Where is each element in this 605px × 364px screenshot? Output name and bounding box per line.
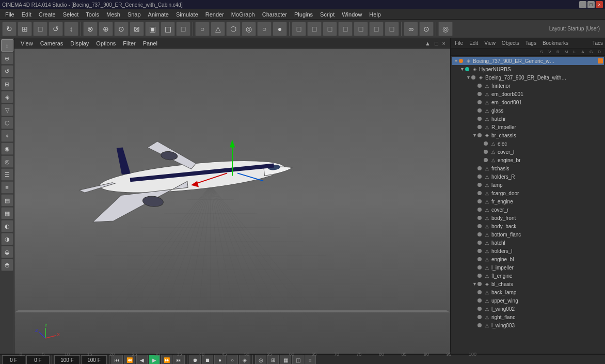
viewport-menu-filter[interactable]: Filter [120, 40, 138, 47]
tree-arrow[interactable]: ▼ [472, 133, 477, 138]
rp-header-btn-tags[interactable]: Tags [523, 40, 538, 46]
tree-item-l-wing003[interactable]: △l_wing003 [452, 321, 604, 329]
tree-item-upper-wing[interactable]: △upper_wing [452, 296, 604, 305]
menu-item-select[interactable]: Select [60, 10, 82, 19]
tree-item-holders-l[interactable]: △holders_l [452, 247, 604, 255]
tree-arrow[interactable]: ▼ [454, 58, 459, 64]
left-tool-9[interactable]: ◎ [1, 155, 13, 168]
viewport-menu-view[interactable]: View [18, 40, 36, 47]
tree-item-fr-engine[interactable]: △fr_engine [452, 197, 604, 205]
tree-item-br-chassis[interactable]: ▼◈br_chassis [452, 131, 604, 139]
toolbar-btn-24[interactable]: □ [338, 22, 353, 36]
menu-item-create[interactable]: Create [36, 10, 59, 19]
toolbar-btn-29[interactable]: ∞ [404, 22, 418, 36]
toolbar-btn-21[interactable]: □ [292, 22, 306, 36]
rp-header-btn-objects[interactable]: Objects [500, 40, 521, 46]
left-tool-14[interactable]: ◐ [1, 220, 13, 232]
rp-header-btn-edit[interactable]: Edit [467, 40, 480, 46]
tree-item-frinterior[interactable]: △frinterior [452, 82, 604, 90]
toolbar-btn-16[interactable]: ⬡ [226, 22, 241, 36]
toolbar-btn-22[interactable]: □ [307, 22, 322, 36]
menu-item-render[interactable]: Render [202, 10, 227, 19]
tree-item-l-impeller[interactable]: △l_impeller [452, 263, 604, 272]
toolbar-btn-12[interactable]: □ [176, 22, 190, 36]
minimize-button[interactable]: _ [579, 1, 586, 8]
viewport-menu-panel[interactable]: Panel [140, 40, 161, 47]
toolbar-btn-17[interactable]: ◎ [242, 22, 256, 36]
tree-item-cover-l[interactable]: △cover_l [452, 148, 604, 156]
toolbar-btn-27[interactable]: □ [385, 22, 399, 36]
tree-arrow[interactable]: ▼ [460, 67, 465, 72]
tree-item-glass[interactable]: △glass [452, 106, 604, 115]
viewport-3d[interactable]: Perspective [14, 49, 450, 354]
viewport-ctrl-btn[interactable]: × [441, 40, 447, 47]
tree-item-cover-r[interactable]: △cover_r [452, 205, 604, 214]
left-tool-6[interactable]: ⬡ [1, 117, 13, 129]
menu-item-mesh[interactable]: Mesh [103, 10, 123, 19]
viewport-menu-options[interactable]: Options [93, 40, 119, 47]
left-tool-1[interactable]: ⊕ [1, 52, 13, 65]
left-tool-12[interactable]: ▤ [1, 194, 13, 207]
menu-item-plugins[interactable]: Plugins [291, 10, 316, 19]
viewport-menu-cameras[interactable]: Cameras [37, 40, 67, 47]
pb-render-btn-0[interactable]: ◎ [255, 355, 266, 364]
tree-item-hypernurbs[interactable]: ▼◈HyperNURBS [452, 65, 604, 73]
tree-item-lamp[interactable]: △lamp [452, 181, 604, 189]
left-tool-7[interactable]: ⌖ [1, 130, 13, 142]
tree-arrow[interactable]: ▼ [472, 281, 477, 287]
tree-item-fl-engine[interactable]: △fl_engine [452, 272, 604, 280]
menu-item-help[interactable]: Help [366, 10, 384, 19]
tree-item-back-lamp[interactable]: △back_lamp [452, 288, 604, 296]
left-tool-13[interactable]: ▦ [1, 207, 13, 219]
tree-item-right-flanc[interactable]: △right_flanc [452, 313, 604, 321]
toolbar-btn-19[interactable]: ● [273, 22, 287, 36]
menu-item-animate[interactable]: Animate [145, 10, 172, 19]
tree-arrow[interactable]: ▼ [466, 75, 471, 80]
toolbar-btn-30[interactable]: ⊙ [419, 22, 434, 36]
menu-item-mograph[interactable]: MoGraph [228, 10, 258, 19]
tree-item-r-impeller[interactable]: △R_impeller [452, 123, 604, 131]
left-tool-0[interactable]: ↕ [1, 39, 13, 52]
toolbar-btn-23[interactable]: □ [323, 22, 337, 36]
toolbar-btn-18[interactable]: ○ [257, 22, 272, 36]
left-tool-8[interactable]: ◉ [1, 143, 13, 155]
menu-item-snap[interactable]: Snap [124, 10, 144, 19]
transport-btn-2[interactable]: ◀ [136, 355, 148, 364]
left-tool-10[interactable]: ☰ [1, 168, 13, 181]
toolbar-btn-26[interactable]: □ [369, 22, 384, 36]
toolbar-btn-10[interactable]: ▣ [145, 22, 160, 36]
rp-header-btn-view[interactable]: View [482, 40, 498, 46]
toolbar-btn-4[interactable]: ↕ [64, 22, 78, 36]
toolbar-btn-15[interactable]: △ [211, 22, 225, 36]
tree-item-boeing-737-900-er-delta-with-interior-and-doors[interactable]: ▼◈Boeing_737_900_ER_Delta_with_Interior_… [452, 73, 604, 82]
rp-header-btn-bookmarks[interactable]: Bookmarks [540, 40, 570, 46]
tree-item-em-doorb001[interactable]: △em_doorb001 [452, 90, 604, 98]
tree-item-boeing-737-900-er-generic-with-cabin[interactable]: ▼◈Boeing_737_900_ER_Generic_with_Cabin [452, 57, 604, 65]
toolbar-btn-8[interactable]: ⊙ [114, 22, 129, 36]
tree-item-body-front[interactable]: △body_front [452, 214, 604, 222]
toolbar-btn-14[interactable]: ○ [195, 22, 210, 36]
toolbar-btn-6[interactable]: ⊗ [83, 22, 98, 36]
toolbar-btn-11[interactable]: ◫ [161, 22, 175, 36]
tree-item-engine-br[interactable]: △engine_br [452, 156, 604, 164]
tree-item-hatchr[interactable]: △hatchr [452, 115, 604, 123]
menu-item-tools[interactable]: Tools [83, 10, 102, 19]
menu-item-file[interactable]: File [2, 10, 18, 19]
toolbar-btn-9[interactable]: ⊠ [130, 22, 144, 36]
viewport-ctrl-btn[interactable]: ▲ [423, 40, 432, 47]
left-tool-11[interactable]: ≡ [1, 181, 13, 194]
toolbar-btn-32[interactable]: ◎ [438, 22, 453, 36]
left-tool-15[interactable]: ◑ [1, 233, 13, 245]
menu-item-character[interactable]: Character [259, 10, 290, 19]
toolbar-btn-3[interactable]: ↺ [49, 22, 63, 36]
toolbar-btn-1[interactable]: ⊞ [18, 22, 32, 36]
tree-item-l-wing002[interactable]: △l_wing002 [452, 305, 604, 313]
close-button[interactable]: × [596, 1, 603, 8]
menu-item-edit[interactable]: Edit [19, 10, 35, 19]
transport-btn-4[interactable]: ⏩ [161, 355, 172, 364]
pb-extra-btn-3[interactable]: ○ [227, 355, 238, 364]
left-tool-16[interactable]: ◒ [1, 246, 13, 258]
object-tree[interactable]: ▼◈Boeing_737_900_ER_Generic_with_Cabin▼◈… [451, 56, 605, 354]
left-tool-3[interactable]: ⊞ [1, 78, 13, 90]
menu-item-script[interactable]: Script [317, 10, 338, 19]
